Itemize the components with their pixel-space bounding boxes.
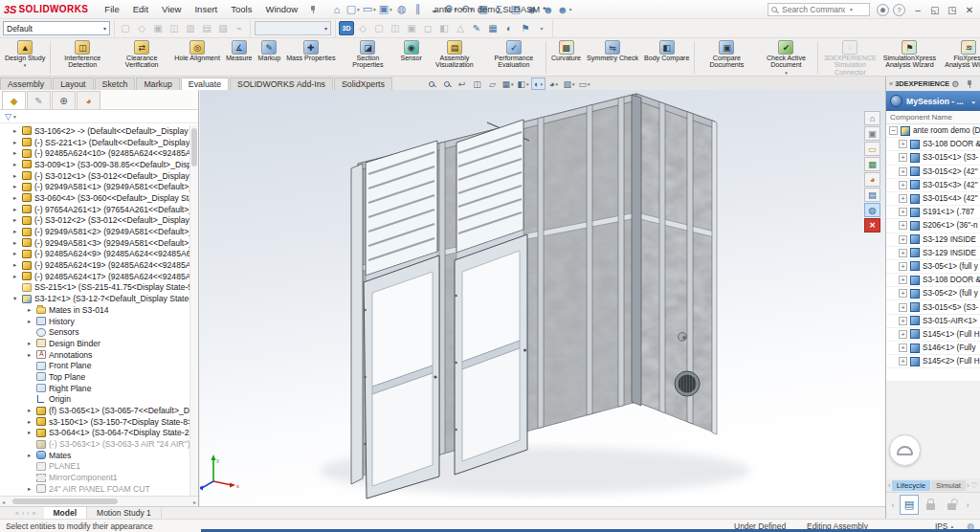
user-icon[interactable]: ☻: [540, 2, 556, 17]
dropdown-caret-icon[interactable]: ▾: [455, 7, 457, 12]
component-row[interactable]: + S191<1> (.787: [886, 206, 980, 219]
curvature-button[interactable]: ▩ Curvature: [548, 39, 584, 77]
tree-item[interactable]: ▸ Mates: [0, 450, 198, 461]
expander-icon[interactable]: ▸: [13, 149, 22, 157]
home-icon[interactable]: ⌂: [864, 111, 880, 125]
expander-icon[interactable]: ▸: [13, 250, 22, 257]
options-gear-icon[interactable]: ⚙▾: [442, 2, 458, 17]
tree-item[interactable]: (-) S3-063<1> (S3-063-3 AIR "24 AIR"): [0, 438, 198, 450]
tree-horizontal-scrollbar[interactable]: ◂ ▸: [0, 496, 198, 506]
dropdown-caret-icon[interactable]: ▾: [555, 81, 558, 87]
toolbar-icon[interactable]: ▤: [199, 21, 214, 35]
tab-layout[interactable]: Layout: [53, 78, 93, 90]
toolbar-icon[interactable]: ⌁: [232, 21, 247, 35]
user-icon[interactable]: ☻▾: [556, 2, 572, 17]
component-row[interactable]: + S3-015<1> (S3-: [886, 151, 980, 165]
expander-icon[interactable]: ▾: [13, 295, 22, 302]
attachments-icon[interactable]: ∥: [410, 2, 426, 17]
tree-item[interactable]: MirrorComponent1: [0, 472, 198, 483]
expander-icon[interactable]: ▸: [28, 485, 36, 493]
chevron-down-icon[interactable]: ▾: [13, 114, 16, 120]
toolbar-icon[interactable]: ◫: [388, 21, 403, 35]
dropdown-caret-icon[interactable]: ▾: [526, 81, 529, 87]
toolbar-icon[interactable]: ◇: [355, 21, 370, 35]
close-button[interactable]: ✕: [961, 1, 978, 18]
expand-icon[interactable]: +: [899, 357, 907, 366]
propertymanager-tab[interactable]: ✎: [27, 91, 51, 109]
appearance-ball-icon[interactable]: ◕: [864, 172, 880, 187]
left-door-unit[interactable]: [364, 141, 439, 499]
tree-item[interactable]: ▸ (-) 92485A624<9> (92485A624<<92485A624…: [0, 249, 198, 260]
expander-icon[interactable]: ▸: [28, 452, 36, 459]
expander-icon[interactable]: ▸: [13, 261, 22, 269]
tab-model[interactable]: Model: [44, 507, 88, 519]
scroll-right-icon[interactable]: ▸: [193, 499, 196, 505]
next-tab-icon[interactable]: ›: [27, 510, 29, 517]
symmetry-check-button[interactable]: ⇋ Symmetry Check: [584, 39, 641, 77]
collapse-icon[interactable]: −: [889, 126, 898, 135]
mass-properties-button[interactable]: ✚ Mass Properties: [283, 39, 338, 77]
component-row[interactable]: + S3-108 DOOR &: [886, 274, 980, 287]
menu-item[interactable]: Edit: [126, 1, 155, 17]
dropdown-caret-icon[interactable]: ▾: [569, 7, 572, 12]
tree-item[interactable]: Right Plane: [0, 383, 198, 394]
expander-icon[interactable]: ▸: [13, 273, 22, 280]
expander-icon[interactable]: ▸: [13, 161, 22, 168]
ribbon-button[interactable]: [50, 41, 51, 74]
tab-assembly[interactable]: Assembly: [0, 78, 52, 90]
dropdown-caret-icon[interactable]: ▾: [572, 81, 575, 87]
flag-icon[interactable]: ⚑: [518, 21, 533, 35]
tree-item[interactable]: ▸ (-) 92949A581<2> (92949A581<<Default>_…: [0, 226, 198, 237]
close-icon[interactable]: ✕: [864, 218, 880, 233]
expand-icon[interactable]: +: [899, 235, 907, 244]
tree-item[interactable]: Front Plane: [0, 360, 198, 371]
tools-scroll-right-icon[interactable]: ›: [963, 495, 972, 515]
pin-menu-icon[interactable]: [308, 5, 317, 14]
sensor-button[interactable]: ◉ Sensor: [397, 39, 424, 77]
dropdown-caret-icon[interactable]: ▾: [357, 7, 360, 12]
expander-icon[interactable]: ▸: [28, 306, 36, 314]
component-row[interactable]: + S206<1> (36"-n: [886, 219, 980, 233]
component-row[interactable]: + S146<1> (Fully: [886, 342, 980, 355]
assembly-visualization-button[interactable]: ▤ Assembly Visualization: [425, 39, 484, 77]
expander-icon[interactable]: ▸: [13, 172, 22, 180]
tab-motion-study-1[interactable]: Motion Study 1: [87, 507, 162, 519]
toolbar-icon[interactable]: ◻: [420, 21, 435, 35]
tab-solidxperts[interactable]: SolidXperts: [334, 78, 392, 90]
expander-icon[interactable]: ▸: [13, 239, 22, 247]
tree-item[interactable]: ▸ History: [0, 316, 198, 327]
configuration-dropdown[interactable]: Default ▾: [3, 21, 110, 35]
tree-item[interactable]: ▸ (-) S3-012<2> (S3-012<<Default>_Displa…: [0, 215, 198, 227]
edit-appearance-icon[interactable]: ◕▾: [546, 78, 561, 90]
hole-alignment-button[interactable]: ◎ Hole Alignment: [171, 39, 223, 77]
ribbon-button[interactable]: [546, 41, 546, 74]
component-root-row[interactable]: − ante room demo (De: [886, 124, 980, 138]
zoom-to-fit-icon[interactable]: [424, 78, 438, 90]
menu-item[interactable]: Insert: [188, 1, 224, 17]
tree-item[interactable]: ▸ S3-060<4> (S3-060<<Default>_Display St…: [0, 192, 198, 204]
expand-icon[interactable]: +: [899, 330, 907, 339]
component-name-column-header[interactable]: Component Name: [886, 111, 980, 124]
expand-icon[interactable]: +: [899, 221, 907, 230]
expander-icon[interactable]: ▸: [13, 228, 22, 235]
account-icon[interactable]: ☻: [877, 4, 889, 16]
view-settings-icon[interactable]: ▭▾: [577, 78, 591, 90]
3d-badge-icon[interactable]: 3D: [339, 21, 354, 35]
search-box[interactable]: ▾: [768, 3, 870, 16]
tree-item[interactable]: Origin: [0, 394, 198, 406]
component-row[interactable]: + S3-015<3> (42": [886, 179, 980, 192]
expander-icon[interactable]: ▸: [28, 407, 36, 414]
rebuild-icon[interactable]: ◍: [393, 2, 410, 17]
dropdown-caret-icon[interactable]: ▾: [373, 7, 376, 12]
tree-item[interactable]: ▸ S3-009<3> (S3-009-41.5<Display State-1…: [0, 495, 198, 496]
globe-icon[interactable]: ◍: [864, 203, 880, 217]
toolbar-icon[interactable]: ▢: [371, 21, 387, 35]
design-study-button[interactable]: ▲ Design Study ▾: [2, 39, 48, 77]
toolbar-icon[interactable]: ▣: [150, 21, 166, 35]
tabs-scroll-left-icon[interactable]: ‹: [888, 481, 891, 490]
tree-item[interactable]: ▸ (-) 97654A261<1> (97654A261<<Default>_…: [0, 204, 198, 215]
component-row[interactable]: + S3-015<5> (S3-: [886, 300, 980, 314]
ante-room-model[interactable]: y x z: [200, 90, 885, 506]
tree-item[interactable]: ▸ 24" AIR PANEL FOAM CUT: [0, 483, 198, 495]
ribbon-button[interactable]: [817, 41, 818, 74]
